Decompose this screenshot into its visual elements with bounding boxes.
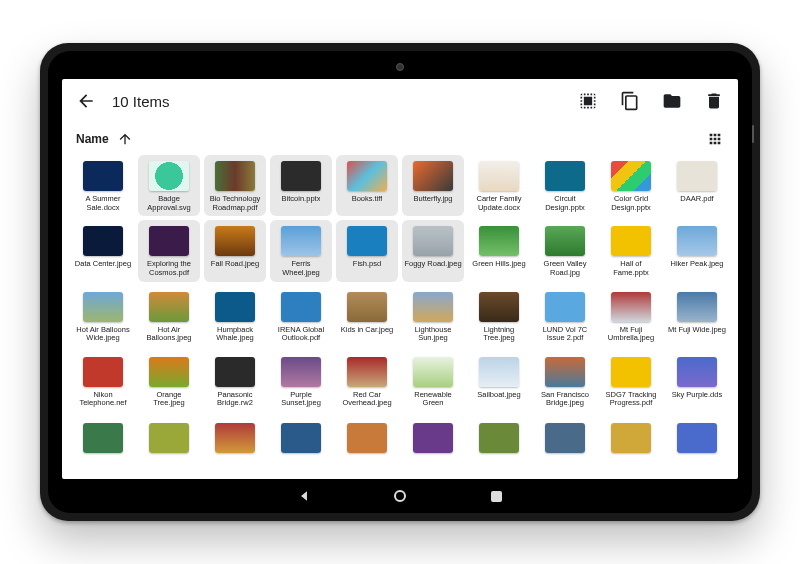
file-name-label: Hiker Peak.jpeg — [671, 260, 724, 269]
nav-back-button[interactable] — [296, 488, 312, 504]
file-thumbnail — [611, 161, 651, 191]
file-name-label: Green Valley Road.jpg — [536, 260, 594, 277]
file-item[interactable] — [534, 417, 596, 461]
file-name-label: Hot Air Balloons Wide.jpeg — [74, 326, 132, 343]
file-thumbnail — [149, 226, 189, 256]
file-item[interactable]: Nikon Telephone.nef — [72, 351, 134, 413]
view-toggle-button[interactable] — [706, 130, 724, 148]
file-item[interactable] — [402, 417, 464, 461]
file-item[interactable]: Lighthouse Sun.jpeg — [402, 286, 464, 347]
file-item[interactable]: A Summer Sale.docx — [72, 155, 134, 216]
sort-row: Name — [62, 123, 738, 155]
file-item[interactable]: SDG7 Tracking Progress.pdf — [600, 351, 662, 413]
tablet-power-indicator — [752, 125, 754, 143]
file-thumbnail — [149, 161, 189, 191]
file-item[interactable]: Renewable Green Energy.p… — [402, 351, 464, 413]
file-thumbnail — [479, 292, 519, 322]
file-item[interactable]: Data Center.jpeg — [72, 220, 134, 281]
file-item[interactable]: Mt Fuji Umbrella.jpeg — [600, 286, 662, 347]
file-item[interactable]: Red Car Overhead.jpeg — [336, 351, 398, 413]
appbar: 10 Items — [62, 79, 738, 123]
back-button[interactable] — [74, 89, 98, 113]
file-item[interactable]: Carter Family Update.docx — [468, 155, 530, 216]
file-item[interactable]: IRENA Global Outlook.pdf — [270, 286, 332, 347]
file-thumbnail — [413, 226, 453, 256]
file-item[interactable]: Ferris Wheel.jpeg — [270, 220, 332, 281]
file-item[interactable]: Mt Fuji Wide.jpeg — [666, 286, 728, 347]
file-thumbnail — [677, 161, 717, 191]
file-item[interactable]: Hall of Fame.pptx — [600, 220, 662, 281]
file-thumbnail — [149, 292, 189, 322]
file-item[interactable]: Sky Purple.dds — [666, 351, 728, 413]
file-thumbnail — [281, 292, 321, 322]
file-item[interactable]: Purple Sunset.jpeg — [270, 351, 332, 413]
file-name-label: Sailboat.jpeg — [477, 391, 520, 400]
nav-recent-button[interactable] — [488, 488, 504, 504]
file-item[interactable]: LUND Vol 7C Issue 2.pdf — [534, 286, 596, 347]
file-thumbnail — [611, 292, 651, 322]
file-thumbnail — [215, 226, 255, 256]
file-thumbnail — [479, 357, 519, 387]
screen: 10 Items N — [62, 79, 738, 479]
file-item[interactable] — [72, 417, 134, 461]
file-item[interactable]: Badge Approval.svg — [138, 155, 200, 216]
file-item[interactable]: Sailboat.jpeg — [468, 351, 530, 413]
file-name-label: LUND Vol 7C Issue 2.pdf — [536, 326, 594, 343]
move-button[interactable] — [660, 89, 684, 113]
file-item[interactable] — [468, 417, 530, 461]
file-item[interactable]: Kids in Car.jpeg — [336, 286, 398, 347]
file-item[interactable]: Bitcoin.pptx — [270, 155, 332, 216]
file-item[interactable] — [600, 417, 662, 461]
file-item[interactable]: Green Hills.jpeg — [468, 220, 530, 281]
file-item[interactable] — [270, 417, 332, 461]
file-item[interactable]: Fish.psd — [336, 220, 398, 281]
sort-label[interactable]: Name — [76, 132, 109, 146]
file-name-label: Hall of Fame.pptx — [602, 260, 660, 277]
file-item[interactable]: Orange Tree.jpeg — [138, 351, 200, 413]
file-item[interactable]: Circuit Design.pptx — [534, 155, 596, 216]
file-name-label: Lightning Tree.jpeg — [470, 326, 528, 343]
file-item[interactable]: Butterfly.jpg — [402, 155, 464, 216]
trash-icon — [704, 91, 724, 111]
file-item[interactable]: Humpback Whale.jpeg — [204, 286, 266, 347]
file-item[interactable]: Bio Technology Roadmap.pdf — [204, 155, 266, 216]
file-item[interactable]: Fall Road.jpeg — [204, 220, 266, 281]
arrow-up-icon[interactable] — [117, 131, 133, 147]
file-item[interactable]: Green Valley Road.jpg — [534, 220, 596, 281]
nav-home-button[interactable] — [392, 488, 408, 504]
file-name-label: Ferris Wheel.jpeg — [272, 260, 330, 277]
file-item[interactable] — [336, 417, 398, 461]
file-name-label: Sky Purple.dds — [672, 391, 722, 400]
delete-button[interactable] — [702, 89, 726, 113]
file-item[interactable]: Exploring the Cosmos.pdf — [138, 220, 200, 281]
file-item[interactable] — [666, 417, 728, 461]
file-item[interactable]: San Francisco Bridge.jpeg — [534, 351, 596, 413]
file-grid-scroll[interactable]: A Summer Sale.docxBadge Approval.svgBio … — [62, 155, 738, 479]
file-thumbnail — [677, 292, 717, 322]
file-item[interactable]: Hot Air Balloons Wide.jpeg — [72, 286, 134, 347]
file-item[interactable]: Color Grid Design.pptx — [600, 155, 662, 216]
file-thumbnail — [347, 226, 387, 256]
file-item[interactable]: Hot Air Balloons.jpeg — [138, 286, 200, 347]
copy-button[interactable] — [618, 89, 642, 113]
file-item[interactable] — [204, 417, 266, 461]
file-name-label: Exploring the Cosmos.pdf — [140, 260, 198, 277]
file-thumbnail — [83, 357, 123, 387]
file-item[interactable]: Books.tiff — [336, 155, 398, 216]
file-thumbnail — [545, 357, 585, 387]
file-thumbnail — [83, 226, 123, 256]
file-item[interactable]: Hiker Peak.jpeg — [666, 220, 728, 281]
file-item[interactable]: Panasonic Bridge.rw2 — [204, 351, 266, 413]
file-item[interactable]: Foggy Road.jpeg — [402, 220, 464, 281]
appbar-actions — [576, 89, 726, 113]
file-thumbnail — [83, 161, 123, 191]
file-item[interactable] — [138, 417, 200, 461]
file-name-label: Butterfly.jpg — [413, 195, 452, 204]
file-thumbnail — [347, 292, 387, 322]
file-thumbnail — [479, 423, 519, 453]
file-thumbnail — [611, 423, 651, 453]
file-item[interactable]: DAAR.pdf — [666, 155, 728, 216]
file-name-label: Red Car Overhead.jpeg — [338, 391, 396, 408]
select-all-button[interactable] — [576, 89, 600, 113]
file-item[interactable]: Lightning Tree.jpeg — [468, 286, 530, 347]
